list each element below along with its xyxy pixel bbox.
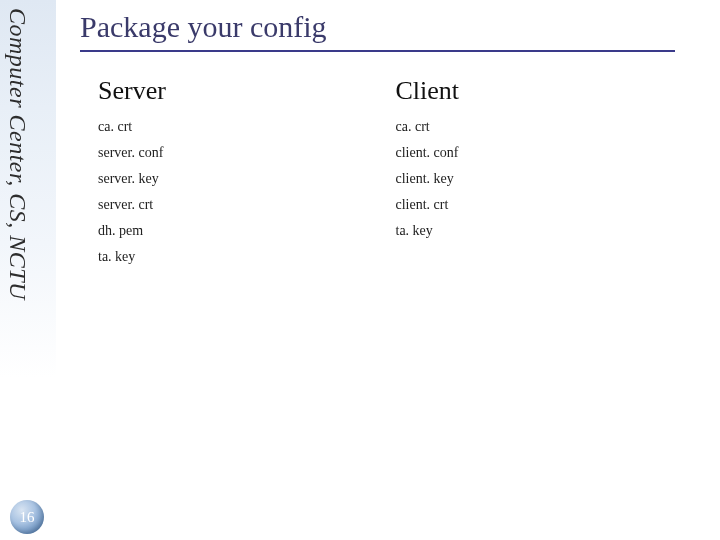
list-item: ta. key	[396, 218, 694, 244]
list-item: server. crt	[98, 192, 396, 218]
list-item: ca. crt	[396, 114, 694, 140]
list-item: client. conf	[396, 140, 694, 166]
list-item: client. key	[396, 166, 694, 192]
page-number-badge: 16	[10, 500, 44, 534]
list-item: server. key	[98, 166, 396, 192]
list-item: client. crt	[396, 192, 694, 218]
slide-title: Package your config	[80, 10, 700, 44]
server-column: Server ca. crt server. conf server. key …	[98, 76, 396, 270]
list-item: dh. pem	[98, 218, 396, 244]
client-heading: Client	[396, 76, 694, 106]
file-columns: Server ca. crt server. conf server. key …	[98, 76, 693, 270]
list-item: ca. crt	[98, 114, 396, 140]
client-column: Client ca. crt client. conf client. key …	[396, 76, 694, 270]
slide-content: Package your config Server ca. crt serve…	[80, 10, 700, 270]
org-vertical-label: Computer Center, CS, NCTU	[4, 8, 31, 300]
server-heading: Server	[98, 76, 396, 106]
list-item: server. conf	[98, 140, 396, 166]
page-number: 16	[20, 509, 35, 526]
title-underline	[80, 50, 675, 52]
list-item: ta. key	[98, 244, 396, 270]
